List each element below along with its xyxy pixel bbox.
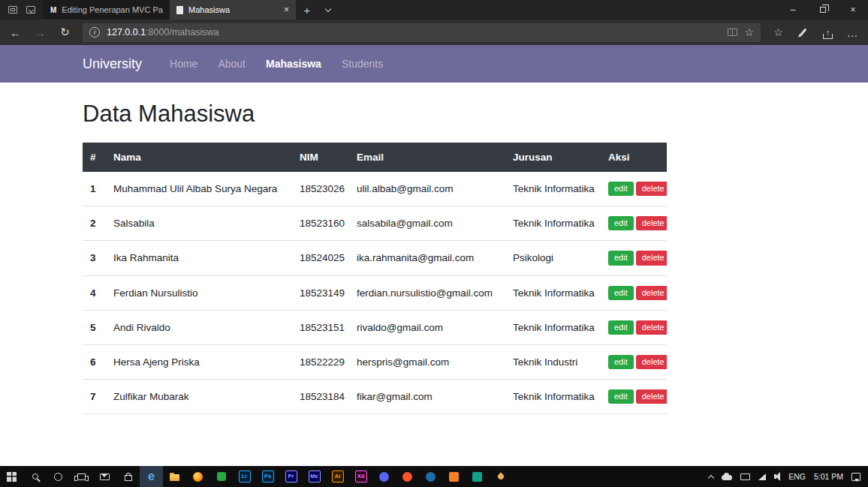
tray-expand-chevron-icon[interactable] [708, 474, 714, 480]
orange-circle-app-button[interactable] [396, 466, 419, 487]
screen: M Editing Penerapan MVC Pad Mahasiswa × … [0, 0, 868, 487]
table-row: 7 Zulfikar Mubarak 18523184 fikar@gmail.… [83, 380, 667, 414]
orange-app-icon [402, 472, 412, 482]
delete-button[interactable]: delete [636, 355, 667, 369]
discord-app-button[interactable] [372, 466, 396, 487]
new-tab-button[interactable]: + [296, 0, 318, 20]
volume-icon[interactable] [774, 474, 776, 479]
nav-link-about[interactable]: About [218, 58, 246, 70]
delete-button[interactable]: delete [636, 182, 667, 196]
cortana-icon [54, 473, 62, 481]
table-row: 3 Ika Rahmanita 18524025 ika.rahmanita@g… [83, 241, 667, 275]
cell-nim: 18523184 [292, 380, 349, 414]
cell-no: 4 [83, 275, 106, 310]
cell-aksi: editdelete [601, 172, 667, 206]
more-options-icon[interactable]: … [840, 20, 865, 45]
orange-tile-icon [449, 472, 459, 482]
table-row: 1 Muhammad Ulil Albab Surya Negara 18523… [83, 172, 667, 206]
tab-preview-icon[interactable] [26, 6, 35, 14]
cell-no: 1 [83, 172, 106, 206]
network-signal-icon[interactable] [758, 473, 766, 480]
nav-link-home[interactable]: Home [170, 58, 197, 70]
photoshop-app-button[interactable]: Ps [256, 466, 279, 487]
nav-link-mahasiswa[interactable]: Mahasiswa [266, 58, 321, 70]
hub-favorites-icon[interactable]: ☆ [766, 20, 791, 45]
blue-circle-app-button[interactable] [419, 466, 442, 487]
language-indicator[interactable]: ENG [788, 472, 806, 481]
web-note-icon[interactable] [791, 20, 815, 45]
store-app-button[interactable] [116, 466, 140, 487]
url-text[interactable]: 127.0.0.1:8000/mahasiswa [107, 27, 721, 38]
cell-aksi: editdelete [601, 275, 667, 310]
edit-button[interactable]: edit [608, 389, 634, 404]
edge-icon: e [148, 470, 155, 482]
mail-app-button[interactable] [93, 466, 116, 487]
add-favorite-icon[interactable]: ☆ [744, 26, 754, 38]
browser-tab-active[interactable]: Mahasiswa × [170, 0, 296, 20]
col-header-no: # [83, 143, 106, 172]
cell-jurusan: Teknik Industri [505, 344, 601, 379]
web-page: University Home About Mahasiswa Students… [0, 45, 868, 466]
edit-button[interactable]: edit [608, 355, 634, 369]
tab-list-chevron-icon[interactable] [318, 0, 338, 20]
file-explorer-button[interactable] [163, 466, 186, 487]
table-row: 4 Ferdian Nursulistio 18523149 ferdian.n… [83, 275, 667, 310]
col-header-nim: NIM [292, 143, 349, 172]
site-info-icon[interactable]: i [89, 27, 100, 38]
minimize-button[interactable]: – [778, 0, 808, 20]
delete-button[interactable]: delete [636, 389, 667, 404]
address-bar[interactable]: i 127.0.0.1:8000/mahasiswa ☆ [83, 23, 761, 42]
refresh-button[interactable]: ↻ [53, 20, 77, 45]
tab-close-icon[interactable]: × [284, 5, 289, 15]
green-app-button[interactable] [209, 466, 233, 487]
browser-titlebar: M Editing Penerapan MVC Pad Mahasiswa × … [0, 0, 868, 20]
delete-button[interactable]: delete [636, 216, 667, 230]
media-encoder-icon: Me [309, 470, 321, 482]
delete-button[interactable]: delete [636, 286, 667, 300]
search-button[interactable] [23, 466, 47, 487]
browser-tab-inactive[interactable]: M Editing Penerapan MVC Pad [44, 0, 170, 20]
cell-email: ulil.albab@gmail.com [349, 172, 505, 206]
edit-button[interactable]: edit [608, 182, 634, 196]
premiere-app-button[interactable]: Pr [279, 466, 303, 487]
share-icon[interactable]: ↑ [815, 20, 840, 45]
orange-tile-app-button[interactable] [442, 466, 466, 487]
navbar-brand[interactable]: University [83, 56, 142, 72]
cell-aksi: editdelete [601, 380, 667, 414]
restore-button[interactable] [808, 0, 838, 20]
titlebar-left-icons [0, 0, 44, 20]
illustrator-app-button[interactable]: Ai [326, 466, 349, 487]
clock[interactable]: 5:01 PM [814, 472, 843, 481]
action-center-icon[interactable] [851, 473, 860, 481]
forward-button[interactable]: → [28, 20, 53, 45]
restore-icon [820, 7, 826, 13]
xd-app-button[interactable]: Xd [349, 466, 372, 487]
firefox-app-button[interactable] [186, 466, 209, 487]
reading-view-icon[interactable] [728, 29, 737, 36]
edit-button[interactable]: edit [608, 320, 634, 335]
teal-app-button[interactable] [466, 466, 489, 487]
display-icon[interactable] [740, 473, 750, 480]
nav-link-students[interactable]: Students [342, 58, 383, 70]
cell-nama: Andi Rivaldo [106, 310, 292, 344]
cell-aksi: editdelete [601, 206, 667, 241]
tab-title: Editing Penerapan MVC Pad [62, 5, 163, 14]
edit-button[interactable]: edit [608, 216, 634, 230]
back-button[interactable]: ← [3, 20, 28, 45]
cortana-button[interactable] [47, 466, 70, 487]
lightroom-app-button[interactable]: Lr [233, 466, 256, 487]
delete-button[interactable]: delete [636, 320, 667, 335]
media-encoder-app-button[interactable]: Me [303, 466, 326, 487]
cell-nama: Hersa Ajeng Priska [106, 344, 292, 379]
set-tabs-aside-icon[interactable] [8, 6, 17, 14]
edit-button[interactable]: edit [608, 286, 634, 300]
task-view-button[interactable] [70, 466, 93, 487]
onedrive-cloud-icon[interactable] [722, 475, 732, 480]
cell-nama: Ika Rahmanita [106, 241, 292, 275]
edit-button[interactable]: edit [608, 251, 634, 265]
edge-app-button[interactable]: e [140, 466, 163, 487]
start-button[interactable] [0, 466, 23, 487]
delete-button[interactable]: delete [636, 251, 667, 265]
close-button[interactable]: × [838, 0, 868, 20]
flame-app-button[interactable] [489, 466, 512, 487]
